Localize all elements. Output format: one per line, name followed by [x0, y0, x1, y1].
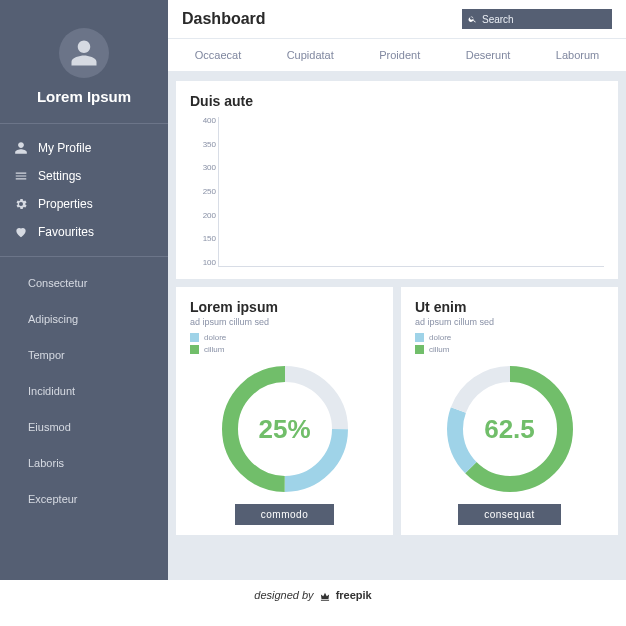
attribution-footer: designed by freepik: [0, 580, 626, 610]
nav-label: Favourites: [38, 225, 94, 239]
legend-swatch: [415, 333, 424, 342]
heart-icon: [14, 225, 28, 239]
menu-icon: [14, 169, 28, 183]
nav-item-adipiscing[interactable]: Adipiscing: [0, 301, 168, 337]
legend-item: dolore: [415, 333, 604, 342]
legend-item: cillum: [415, 345, 604, 354]
legend-item: dolore: [190, 333, 379, 342]
legend: dolorecillum: [190, 333, 379, 354]
user-icon: [69, 38, 99, 68]
legend-label: dolore: [204, 333, 226, 342]
nav-item-laboris[interactable]: Laboris: [0, 445, 168, 481]
header: Dashboard OccaecatCupidatatProidentDeser…: [168, 0, 626, 73]
tab-laborum[interactable]: Laborum: [552, 47, 603, 63]
search-input[interactable]: [482, 14, 606, 25]
sidebar: Lorem Ipsum My ProfileSettingsProperties…: [0, 0, 168, 580]
nav-item-incididunt[interactable]: Incididunt: [0, 373, 168, 409]
nav-item-consectetur[interactable]: Consectetur: [0, 265, 168, 301]
cards-row: Lorem ipsumad ipsum cillum seddolorecill…: [176, 287, 618, 535]
nav-item-properties[interactable]: Properties: [0, 190, 168, 218]
tab-cupidatat[interactable]: Cupidatat: [283, 47, 338, 63]
donut-chart: 25%: [220, 364, 350, 494]
legend-swatch: [415, 345, 424, 354]
legend-swatch: [190, 345, 199, 354]
donut-wrap: 62.5: [415, 354, 604, 504]
card-action-button[interactable]: commodo: [235, 504, 334, 525]
donut-value: 62.5: [445, 364, 575, 494]
card-subtitle: ad ipsum cillum sed: [190, 317, 379, 327]
username: Lorem Ipsum: [0, 88, 168, 123]
nav-label: Settings: [38, 169, 81, 183]
nav-item-tempor[interactable]: Tempor: [0, 337, 168, 373]
legend-item: cillum: [190, 345, 379, 354]
legend-label: dolore: [429, 333, 451, 342]
app-shell: Lorem Ipsum My ProfileSettingsProperties…: [0, 0, 626, 580]
crown-icon: [318, 588, 332, 602]
bar-chart-panel: Duis aute 100150200250300350400: [176, 81, 618, 279]
card-subtitle: ad ipsum cillum sed: [415, 317, 604, 327]
search-box[interactable]: [462, 9, 612, 29]
tabs: OccaecatCupidatatProidentDeseruntLaborum: [168, 39, 626, 71]
nav-item-eiusmod[interactable]: Eiusmod: [0, 409, 168, 445]
nav-item-favourites[interactable]: Favourites: [0, 218, 168, 246]
bar-chart: 100150200250300350400: [190, 117, 604, 267]
avatar-wrap: [0, 20, 168, 88]
footer-brand: freepik: [336, 589, 372, 601]
content: Duis aute 100150200250300350400 Lorem ip…: [168, 73, 626, 580]
tab-proident[interactable]: Proident: [375, 47, 424, 63]
bar-chart-title: Duis aute: [190, 93, 604, 109]
gear-icon: [14, 197, 28, 211]
nav-secondary: ConsecteturAdipiscingTemporIncididuntEiu…: [0, 257, 168, 525]
nav-label: Properties: [38, 197, 93, 211]
bar-chart-bars: [218, 117, 604, 267]
main: Dashboard OccaecatCupidatatProidentDeser…: [168, 0, 626, 580]
nav-primary: My ProfileSettingsPropertiesFavourites: [0, 123, 168, 257]
footer-prefix: designed by: [254, 589, 313, 601]
stat-card: Lorem ipsumad ipsum cillum seddolorecill…: [176, 287, 393, 535]
card-title: Lorem ipsum: [190, 299, 379, 315]
legend-label: cillum: [429, 345, 449, 354]
legend-swatch: [190, 333, 199, 342]
legend-label: cillum: [204, 345, 224, 354]
card-action-button[interactable]: consequat: [458, 504, 561, 525]
tab-deserunt[interactable]: Deserunt: [462, 47, 515, 63]
nav-item-settings[interactable]: Settings: [0, 162, 168, 190]
nav-item-excepteur[interactable]: Excepteur: [0, 481, 168, 517]
donut-chart: 62.5: [445, 364, 575, 494]
nav-item-my-profile[interactable]: My Profile: [0, 134, 168, 162]
header-top: Dashboard: [168, 0, 626, 39]
nav-label: My Profile: [38, 141, 91, 155]
stat-card: Ut enimad ipsum cillum seddolorecillum62…: [401, 287, 618, 535]
user-icon: [14, 141, 28, 155]
search-icon: [468, 14, 477, 24]
tab-occaecat[interactable]: Occaecat: [191, 47, 245, 63]
legend: dolorecillum: [415, 333, 604, 354]
donut-wrap: 25%: [190, 354, 379, 504]
donut-value: 25%: [220, 364, 350, 494]
card-title: Ut enim: [415, 299, 604, 315]
avatar[interactable]: [59, 28, 109, 78]
bar-chart-y-axis: 100150200250300350400: [190, 117, 216, 267]
page-title: Dashboard: [182, 10, 266, 28]
